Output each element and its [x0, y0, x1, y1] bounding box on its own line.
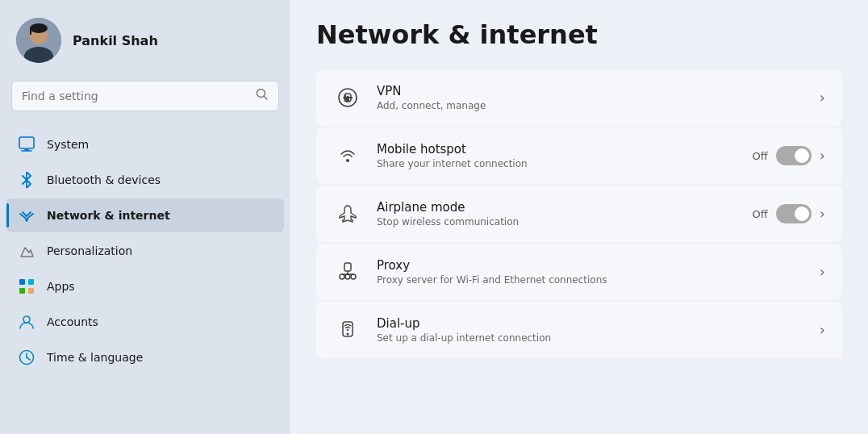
chevron-icon: › — [820, 323, 825, 337]
sidebar-item-label-system: System — [47, 138, 89, 151]
hotspot-text: Mobile hotspot Share your internet conne… — [377, 142, 738, 169]
airplane-title: Airplane mode — [377, 200, 738, 215]
sidebar-item-label-time: Time & language — [47, 351, 143, 364]
svg-rect-12 — [28, 279, 34, 285]
page-title: Network & internet — [316, 19, 842, 50]
setting-item-dialup[interactable]: Dial-up Set up a dial-up internet connec… — [316, 302, 842, 358]
airplane-right: Off › — [753, 204, 825, 223]
settings-list: VPN Add, connect, manage › Mobile hotspo… — [316, 69, 842, 358]
svg-rect-21 — [346, 98, 349, 102]
proxy-text: Proxy Proxy server for Wi-Fi and Etherne… — [377, 258, 805, 286]
svg-rect-7 — [19, 137, 34, 148]
chevron-icon: › — [820, 148, 825, 163]
svg-point-32 — [347, 329, 348, 331]
airplane-text: Airplane mode Stop wireless communicatio… — [377, 200, 738, 227]
svg-rect-14 — [28, 288, 34, 294]
airplane-toggle[interactable] — [776, 204, 812, 223]
proxy-right: › — [820, 265, 825, 279]
setting-item-airplane-mode[interactable]: Airplane mode Stop wireless communicatio… — [316, 186, 842, 242]
sidebar: Pankil Shah System — [0, 0, 290, 434]
proxy-desc: Proxy server for Wi-Fi and Ethernet conn… — [377, 274, 805, 286]
avatar — [16, 18, 61, 63]
airplane-mode-icon — [333, 199, 362, 228]
accounts-icon — [18, 313, 35, 331]
svg-line-18 — [27, 357, 30, 360]
svg-rect-11 — [19, 279, 25, 285]
toggle-knob — [795, 207, 809, 221]
mobile-hotspot-icon — [333, 141, 362, 170]
sidebar-item-label-bluetooth: Bluetooth & devices — [47, 173, 161, 186]
dialup-desc: Set up a dial-up internet connection — [377, 332, 805, 344]
svg-point-15 — [23, 316, 30, 323]
svg-point-3 — [30, 23, 48, 33]
svg-rect-24 — [344, 263, 351, 271]
hotspot-title: Mobile hotspot — [377, 142, 738, 156]
network-icon — [18, 207, 35, 224]
svg-rect-4 — [30, 28, 31, 35]
vpn-text: VPN Add, connect, manage — [377, 84, 805, 111]
sidebar-item-time[interactable]: Time & language — [6, 340, 284, 374]
search-input[interactable] — [22, 90, 249, 102]
user-name: Pankil Shah — [73, 33, 158, 48]
chevron-icon: › — [820, 265, 825, 279]
sidebar-item-label-accounts: Accounts — [47, 315, 98, 328]
sidebar-item-label-network: Network & internet — [47, 209, 170, 222]
setting-item-proxy[interactable]: Proxy Proxy server for Wi-Fi and Etherne… — [316, 244, 842, 300]
svg-point-10 — [25, 219, 28, 222]
user-profile[interactable]: Pankil Shah — [0, 0, 290, 77]
dialup-text: Dial-up Set up a dial-up internet connec… — [377, 316, 805, 344]
chevron-icon: › — [820, 90, 825, 105]
svg-point-29 — [351, 274, 356, 279]
proxy-title: Proxy — [377, 258, 805, 273]
setting-item-mobile-hotspot[interactable]: Mobile hotspot Share your internet conne… — [316, 127, 842, 184]
hotspot-toggle-label: Off — [753, 150, 768, 162]
dialup-title: Dial-up — [377, 316, 805, 331]
sidebar-item-apps[interactable]: Apps — [6, 269, 284, 303]
hotspot-toggle[interactable] — [776, 146, 812, 165]
svg-point-31 — [347, 333, 349, 336]
svg-rect-13 — [19, 288, 25, 294]
search-container — [0, 77, 290, 123]
sidebar-item-bluetooth[interactable]: Bluetooth & devices — [6, 163, 284, 197]
airplane-desc: Stop wireless communication — [377, 216, 738, 227]
sidebar-item-system[interactable]: System — [6, 127, 284, 161]
vpn-right: › — [820, 90, 825, 105]
personalization-icon — [18, 242, 35, 260]
sidebar-item-network[interactable]: Network & internet — [6, 198, 284, 232]
main-content: Network & internet VPN Add, connect, man… — [290, 0, 868, 434]
hotspot-desc: Share your internet connection — [377, 158, 738, 169]
dialup-right: › — [820, 323, 825, 337]
airplane-toggle-label: Off — [753, 208, 768, 220]
bluetooth-icon — [18, 171, 35, 189]
vpn-icon — [333, 83, 362, 112]
apps-icon — [18, 278, 35, 295]
sidebar-item-label-personalization: Personalization — [47, 244, 132, 257]
proxy-icon — [333, 257, 362, 286]
system-icon — [18, 136, 35, 153]
svg-point-26 — [345, 274, 350, 279]
svg-point-23 — [346, 159, 349, 162]
svg-line-6 — [265, 97, 268, 100]
search-box[interactable] — [11, 81, 279, 111]
svg-point-22 — [347, 96, 349, 98]
svg-point-28 — [340, 274, 344, 279]
time-icon — [18, 348, 35, 366]
vpn-desc: Add, connect, manage — [377, 100, 805, 111]
dialup-icon — [333, 315, 362, 344]
sidebar-item-accounts[interactable]: Accounts — [6, 305, 284, 339]
vpn-title: VPN — [377, 84, 805, 98]
hotspot-right: Off › — [753, 146, 825, 165]
sidebar-item-label-apps: Apps — [47, 280, 75, 293]
chevron-icon: › — [820, 207, 825, 221]
search-icon — [256, 88, 269, 104]
sidebar-item-personalization[interactable]: Personalization — [6, 234, 284, 268]
setting-item-vpn[interactable]: VPN Add, connect, manage › — [316, 69, 842, 126]
nav-items: System Bluetooth & devices Network & — [0, 123, 290, 379]
toggle-knob — [795, 148, 809, 163]
